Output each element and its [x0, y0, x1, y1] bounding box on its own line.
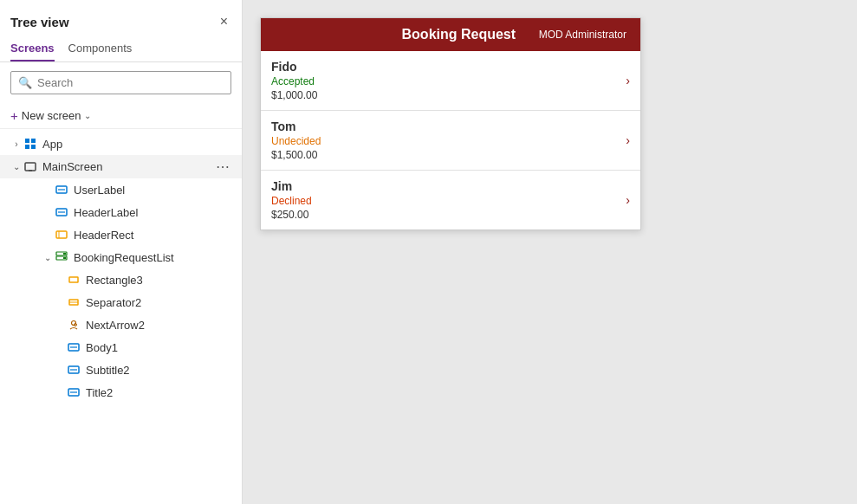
group-icon-nextarrow2: [66, 317, 81, 333]
sidebar: Tree view × Screens Components 🔍 + New s…: [0, 0, 243, 504]
booking-amount-jim: $250.00: [271, 209, 626, 221]
booking-info-fido: Fido Accepted $1,000.00: [271, 60, 626, 101]
tree-item-userlabel[interactable]: UserLabel: [0, 178, 242, 201]
booking-status-tom: Undecided: [271, 135, 626, 147]
booking-item-tom[interactable]: Tom Undecided $1,500.00 ›: [261, 111, 640, 171]
tree-label-bookingrequestlist: BookingRequestList: [74, 251, 231, 264]
tab-components[interactable]: Components: [68, 36, 133, 61]
booking-item-jim[interactable]: Jim Declined $250.00 ›: [261, 171, 640, 229]
label-icon-body1: [66, 339, 81, 355]
search-icon: 🔍: [18, 76, 32, 89]
tree-item-title2[interactable]: Title2: [0, 381, 242, 404]
new-screen-button[interactable]: + New screen ⌄: [0, 103, 242, 129]
shape-icon-rectangle3: [66, 272, 81, 288]
tree-label-title2: Title2: [86, 386, 231, 399]
tree-item-headerrect[interactable]: HeaderRect: [0, 223, 242, 246]
gallery-icon: [54, 249, 69, 265]
sidebar-header: Tree view ×: [0, 0, 242, 36]
svg-point-19: [72, 321, 76, 326]
tree-label-headerrect: HeaderRect: [74, 229, 231, 242]
app-header-title: Booking Request: [379, 27, 539, 42]
chevron-down-icon: ⌄: [84, 111, 91, 120]
booking-arrow-tom: ›: [626, 133, 630, 147]
app-header: Booking Request MOD Administrator: [261, 18, 640, 51]
svg-rect-3: [31, 145, 36, 149]
app-header-user: MOD Administrator: [539, 29, 627, 41]
close-button[interactable]: ×: [217, 12, 231, 31]
tree-label-rectangle3: Rectangle3: [86, 274, 231, 287]
tree-label-userlabel: UserLabel: [74, 184, 231, 197]
booking-name-fido: Fido: [271, 60, 626, 74]
svg-rect-1: [31, 139, 36, 143]
svg-rect-4: [25, 163, 36, 171]
svg-rect-14: [63, 253, 66, 255]
booking-arrow-jim: ›: [626, 193, 630, 207]
booking-status-jim: Declined: [271, 195, 626, 207]
sidebar-tabs: Screens Components: [0, 36, 242, 62]
tree-body: › App ⌄ MainScreen ⋯ UserLabel: [0, 129, 242, 504]
svg-rect-10: [56, 231, 67, 238]
tree-label-body1: Body1: [86, 341, 231, 354]
booking-name-jim: Jim: [271, 179, 626, 193]
booking-info-tom: Tom Undecided $1,500.00: [271, 120, 626, 161]
booking-amount-tom: $1,500.00: [271, 149, 626, 161]
tree-item-body1[interactable]: Body1: [0, 336, 242, 359]
tree-label-headerlabel: HeaderLabel: [74, 206, 231, 219]
booking-status-fido: Accepted: [271, 75, 626, 87]
label-icon-subtitle2: [66, 362, 81, 378]
tree-label-app: App: [42, 138, 231, 151]
rect-icon-headerrect: [54, 227, 69, 242]
tab-screens[interactable]: Screens: [10, 36, 55, 61]
sep-icon-separator2: [66, 294, 81, 310]
label-icon-title2: [66, 384, 81, 400]
tree-item-headerlabel[interactable]: HeaderLabel: [0, 201, 242, 223]
svg-rect-2: [25, 145, 29, 149]
booking-info-jim: Jim Declined $250.00: [271, 179, 626, 221]
booking-arrow-fido: ›: [626, 74, 630, 87]
search-box: 🔍: [10, 71, 231, 94]
label-icon-userlabel: [54, 182, 69, 197]
booking-item-fido[interactable]: Fido Accepted $1,000.00 ›: [261, 51, 640, 111]
booking-list: Fido Accepted $1,000.00 › Tom Undecided …: [261, 51, 640, 229]
search-input[interactable]: [37, 76, 224, 89]
tree-item-separator2[interactable]: Separator2: [0, 291, 242, 313]
svg-rect-15: [63, 257, 66, 259]
tree-chevron-bookingrequestlist: ⌄: [42, 253, 54, 262]
tree-item-subtitle2[interactable]: Subtitle2: [0, 359, 242, 381]
label-icon-headerlabel: [54, 204, 69, 220]
tree-chevron-mainscreen: ⌄: [10, 162, 23, 171]
tree-item-bookingrequestlist[interactable]: ⌄ BookingRequestList: [0, 246, 242, 268]
booking-amount-fido: $1,000.00: [271, 89, 626, 101]
tree-dots-mainscreen[interactable]: ⋯: [216, 158, 231, 175]
tree-chevron-app: ›: [10, 139, 23, 149]
tree-item-mainscreen[interactable]: ⌄ MainScreen ⋯: [0, 155, 242, 178]
tree-label-separator2: Separator2: [86, 296, 231, 309]
tree-label-mainscreen: MainScreen: [42, 160, 216, 173]
svg-rect-16: [69, 277, 78, 282]
main-content: Booking Request MOD Administrator Fido A…: [243, 0, 857, 504]
tree-item-rectangle3[interactable]: Rectangle3: [0, 268, 242, 291]
app-icon: [23, 136, 38, 152]
screen-icon: [23, 159, 38, 175]
sidebar-title: Tree view: [10, 15, 69, 29]
tree-item-app[interactable]: › App: [0, 132, 242, 155]
tree-label-nextarrow2: NextArrow2: [86, 319, 231, 332]
app-frame: Booking Request MOD Administrator Fido A…: [260, 17, 641, 230]
booking-name-tom: Tom: [271, 120, 626, 133]
plus-icon: +: [10, 108, 18, 123]
tree-item-nextarrow2[interactable]: NextArrow2: [0, 313, 242, 336]
new-screen-label: New screen: [22, 109, 81, 122]
tree-label-subtitle2: Subtitle2: [86, 364, 231, 377]
svg-rect-0: [25, 139, 29, 143]
